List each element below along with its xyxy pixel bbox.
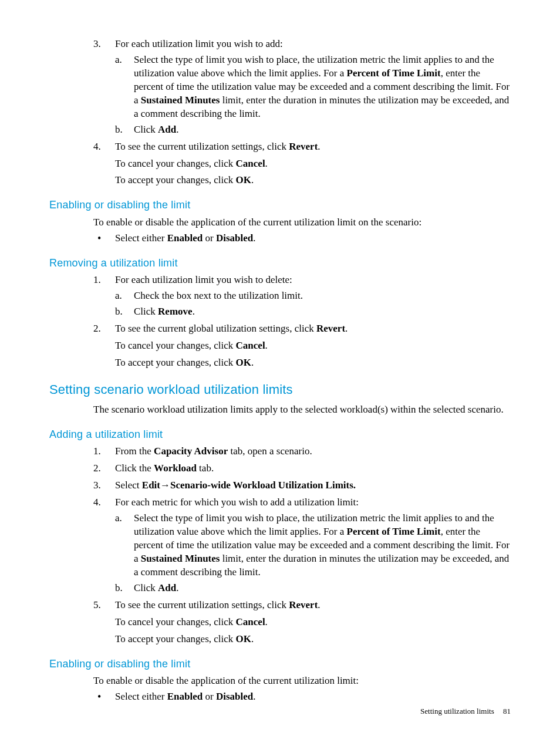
text: . (193, 306, 195, 317)
bold-text: Scenario-wide Workload Utilization Limit… (170, 480, 356, 491)
ordered-list: 1. From the Capacity Advisor tab, open a… (49, 445, 511, 646)
list-item: 1. For each utilization limit you wish t… (49, 274, 511, 319)
text: or (203, 232, 216, 244)
list-item: b. Click Add. (115, 582, 511, 595)
text: . (318, 141, 320, 152)
list-item: 2. To see the current global utilization… (49, 322, 511, 370)
list-marker: 1. (93, 445, 110, 458)
text: To see the current utilization settings,… (115, 599, 289, 610)
bold-text: Add (158, 582, 176, 593)
text: tab. (197, 463, 214, 474)
list-marker: b. (115, 582, 129, 595)
text: To see the current utilization settings,… (115, 141, 289, 152)
text: To cancel your changes, click (115, 340, 236, 351)
list-item: 2. Click the Workload tab. (49, 462, 511, 475)
heading-setting-scenario-workload: Setting scenario workload utilization li… (49, 381, 511, 399)
text: Select either (115, 691, 167, 702)
bold-text: Enabled (167, 691, 203, 702)
text-line: To accept your changes, click OK. (115, 633, 511, 646)
text: . (251, 174, 254, 185)
bold-text: Sustained Minutes (141, 553, 220, 564)
list-marker: 3. (93, 479, 110, 492)
bold-text: Revert (289, 141, 318, 152)
list-item: 3. For each utilization limit you wish t… (49, 38, 511, 137)
document-page: 3. For each utilization limit you wish t… (0, 0, 560, 746)
text: . (265, 340, 268, 351)
heading-enabling-disabling-1: Enabling or disabling the limit (49, 198, 511, 212)
text: Check the box next to the utilization li… (134, 290, 303, 301)
text: . (265, 158, 268, 169)
list-text: For each utilization limit you wish to d… (115, 274, 292, 285)
list-item: a. Check the box next to the utilization… (115, 289, 511, 303)
text: . (253, 691, 255, 702)
list-item: b. Click Add. (115, 123, 511, 137)
list-marker: 5. (93, 599, 110, 612)
text-line: To see the current utilization settings,… (115, 599, 511, 612)
text-line: To accept your changes, click OK. (115, 356, 511, 370)
text: From the (115, 445, 154, 457)
list-marker: b. (115, 123, 129, 137)
list-item: a. Select the type of limit you wish to … (115, 53, 511, 121)
text: Select (115, 480, 142, 491)
text: . (176, 124, 178, 135)
bold-text: Cancel (236, 616, 265, 627)
ordered-list: 3. For each utilization limit you wish t… (49, 38, 511, 187)
text-line: To cancel your changes, click Cancel. (115, 616, 511, 629)
text: . (253, 232, 255, 244)
text: tab, open a scenario. (228, 445, 312, 457)
bold-text: OK (236, 357, 251, 368)
bold-text: Disabled (216, 232, 253, 244)
text: . (318, 599, 320, 610)
bold-text: OK (236, 174, 251, 185)
list-item: b. Click Remove. (115, 305, 511, 319)
bullet-list: Select either Enabled or Disabled. (49, 690, 511, 704)
bold-text: Sustained Minutes (141, 94, 220, 106)
text: To accept your changes, click (115, 633, 236, 644)
list-marker: 3. (93, 38, 110, 51)
text: To cancel your changes, click (115, 616, 236, 627)
text-line: To cancel your changes, click Cancel. (115, 339, 511, 353)
arrow-icon: → (160, 480, 170, 491)
bold-text: Enabled (167, 232, 203, 244)
bold-text: Edit (142, 480, 160, 491)
list-item: Select either Enabled or Disabled. (49, 690, 511, 704)
paragraph: To enable or disable the application of … (93, 674, 511, 688)
text: To see the current global utilization se… (115, 323, 316, 334)
list-marker: 1. (93, 274, 110, 287)
page-footer: Setting utilization limits 81 (420, 706, 511, 717)
text-line: To see the current global utilization se… (115, 322, 511, 336)
bold-text: Remove (158, 306, 193, 317)
page-content: 3. For each utilization limit you wish t… (49, 38, 511, 704)
list-marker: 2. (93, 322, 110, 336)
list-marker: 4. (93, 140, 110, 154)
text: . (265, 616, 268, 627)
bold-text: Cancel (236, 158, 265, 169)
bold-text: Percent of Time Limit (347, 526, 441, 537)
heading-removing-limit: Removing a utilization limit (49, 256, 511, 270)
text: To cancel your changes, click (115, 158, 236, 169)
bold-text: Add (158, 124, 176, 135)
bullet-list: Select either Enabled or Disabled. (49, 232, 511, 245)
text-line: To cancel your changes, click Cancel. (115, 157, 511, 171)
text: . (176, 582, 178, 593)
paragraph: The scenario workload utilization limits… (93, 403, 511, 417)
ordered-list: 1. For each utilization limit you wish t… (49, 274, 511, 370)
text: . (345, 323, 348, 334)
bold-text: Capacity Advisor (154, 445, 228, 457)
bold-text: Percent of Time Limit (347, 67, 441, 79)
alpha-list: a. Select the type of limit you wish to … (115, 512, 511, 595)
alpha-list: a. Check the box next to the utilization… (115, 289, 511, 319)
text: To accept your changes, click (115, 357, 236, 368)
footer-section-label: Setting utilization limits (420, 707, 494, 715)
bold-text: Revert (316, 323, 345, 334)
list-marker: 2. (93, 462, 110, 475)
bold-text: Disabled (216, 691, 253, 702)
text: To accept your changes, click (115, 174, 236, 185)
list-item: 1. From the Capacity Advisor tab, open a… (49, 445, 511, 458)
list-item: 5. To see the current utilization settin… (49, 599, 511, 646)
heading-adding-limit: Adding a utilization limit (49, 427, 511, 441)
text: Click the (115, 463, 154, 474)
bold-text: Revert (289, 599, 318, 610)
text: . (251, 357, 254, 368)
heading-enabling-disabling-2: Enabling or disabling the limit (49, 657, 511, 671)
